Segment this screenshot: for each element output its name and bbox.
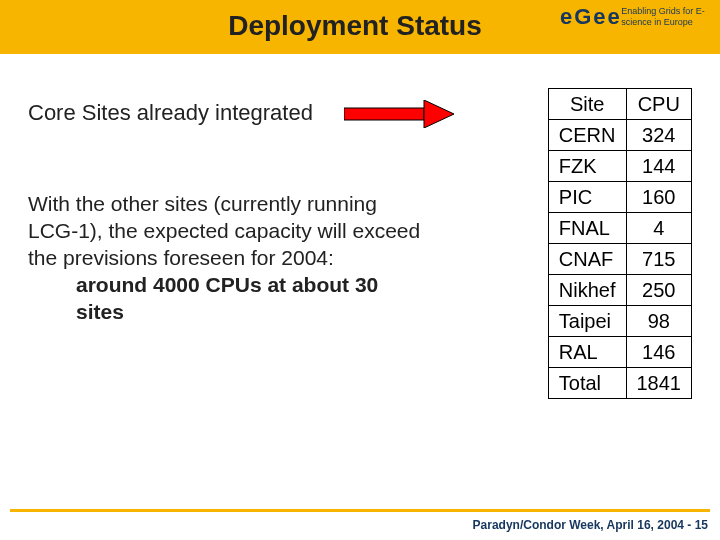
footer-rule xyxy=(10,509,710,512)
table-row: Taipei98 xyxy=(548,306,691,337)
cell-site: Taipei xyxy=(548,306,626,337)
table-row: RAL146 xyxy=(548,337,691,368)
egee-swoosh-icon xyxy=(560,26,618,46)
cell-cpu: 715 xyxy=(626,244,692,275)
header-square xyxy=(0,0,160,54)
cell-cpu: 1841 xyxy=(626,368,692,399)
table-row: Total1841 xyxy=(548,368,691,399)
cell-cpu: 98 xyxy=(626,306,692,337)
cell-cpu: 160 xyxy=(626,182,692,213)
cell-site: FZK xyxy=(548,151,626,182)
cell-site: CNAF xyxy=(548,244,626,275)
egee-logo: eGee Enabling Grids for E-science in Eur… xyxy=(560,4,710,50)
cell-site: Total xyxy=(548,368,626,399)
cell-site: CERN xyxy=(548,120,626,151)
table-row: FZK144 xyxy=(548,151,691,182)
cell-cpu: 4 xyxy=(626,213,692,244)
table-row: Nikhef250 xyxy=(548,275,691,306)
table-row: FNAL4 xyxy=(548,213,691,244)
egee-tagline: Enabling Grids for E-science in Europe xyxy=(621,6,710,28)
body-strong-text: around 4000 CPUs at about 30 sites xyxy=(76,273,378,323)
cell-site: Nikhef xyxy=(548,275,626,306)
body-para-text: With the other sites (currently running … xyxy=(28,192,420,269)
table-header-row: Site CPU xyxy=(548,89,691,120)
egee-logo-mark: eGee xyxy=(560,4,615,48)
cell-cpu: 146 xyxy=(626,337,692,368)
col-cpu: CPU xyxy=(626,89,692,120)
table-row: CERN324 xyxy=(548,120,691,151)
cell-site: FNAL xyxy=(548,213,626,244)
subheading-core-sites: Core Sites already integrated xyxy=(28,100,313,126)
sites-table: Site CPU CERN324 FZK144 PIC160 FNAL4 CNA… xyxy=(548,88,692,399)
slide-title: Deployment Status xyxy=(170,10,540,42)
cell-site: PIC xyxy=(548,182,626,213)
arrow-icon xyxy=(344,100,454,128)
cell-cpu: 324 xyxy=(626,120,692,151)
cell-cpu: 250 xyxy=(626,275,692,306)
table-row: CNAF715 xyxy=(548,244,691,275)
cell-cpu: 144 xyxy=(626,151,692,182)
cell-site: RAL xyxy=(548,337,626,368)
body-paragraph: With the other sites (currently running … xyxy=(28,190,428,325)
svg-rect-0 xyxy=(344,108,424,120)
col-site: Site xyxy=(548,89,626,120)
svg-marker-1 xyxy=(424,100,454,128)
footer-text: Paradyn/Condor Week, April 16, 2004 - 15 xyxy=(473,518,708,532)
table-row: PIC160 xyxy=(548,182,691,213)
